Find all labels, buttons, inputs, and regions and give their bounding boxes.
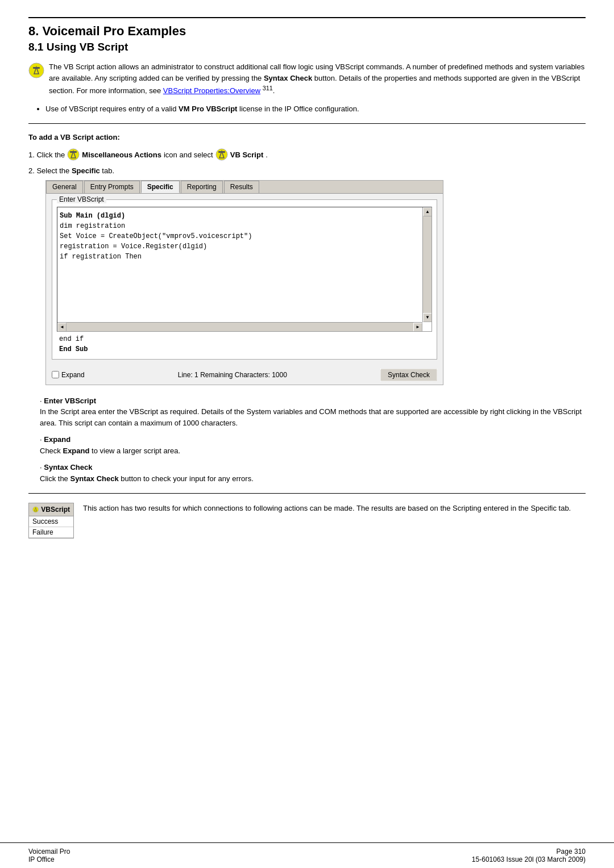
desc-title-2: Expand [44,435,70,444]
desc-title-3: Syntax Check [44,463,92,471]
chapter-title: 8. Voicemail Pro Examples [28,24,586,39]
footer-issue: 15-601063 Issue 20l (03 March 2009) [472,856,586,863]
desc-expand: Expand Check Expand to view a larger scr… [40,434,586,456]
dialog-content: Enter VBScript Sub Main (dlgid) dim regi… [46,194,443,365]
desc-list: Enter VBScript In the Script area enter … [40,395,586,485]
vbscript-failure-row: Failure [29,527,73,538]
step-2: 2. Select the Specific tab. [28,165,586,177]
script-line-4: registration = Voice.Register(dlgid) [60,241,420,252]
desc-enter-vbscript: Enter VBScript In the Script area enter … [40,395,586,429]
section-heading: To add a VB Script action: [28,133,586,141]
result-box: VBScript Success Failure This action has… [28,503,586,539]
tab-results[interactable]: Results [224,181,259,193]
scroll-right[interactable]: ▲ ▼ [422,207,432,322]
script-footer-line-2: End Sub [59,344,430,354]
vbscript-widget: VBScript Success Failure [28,503,74,539]
step-1: 1. Click the Miscellaneous Actions icon … [28,148,586,161]
result-description: This action has two results for which co… [83,503,586,515]
tab-general[interactable]: General [46,181,83,193]
svg-rect-1 [33,67,40,69]
scroll-left-btn[interactable]: ◄ [57,323,67,332]
svg-rect-3 [70,151,77,153]
footer-page: Page 310 [557,848,586,856]
bullet-list: Use of VBScript requires entry of a vali… [45,103,586,115]
desc-title-1: Enter VBScript [44,397,96,405]
vbscript-icon-step1 [215,148,228,161]
intro-text: The VB Script action allows an administr… [49,61,586,97]
script-line-5: if registration Then [60,252,420,262]
section-title: 8.1 Using VB Script [28,41,586,53]
script-footer-line-1: end if [59,334,430,344]
script-line-1: Sub Main (dlgid) [60,211,420,221]
footer-left: Voicemail Pro IP Office [28,848,70,863]
script-line-3: Set Voice = CreateObject("vmprov5.voices… [60,231,420,241]
expand-checkbox[interactable] [52,371,59,378]
tab-bar: General Entry Prompts Specific Reporting… [46,181,443,194]
scroll-up-btn[interactable]: ▲ [423,207,432,216]
pencil-icon [28,62,44,78]
status-text: Line: 1 Remaining Characters: 1000 [90,371,375,379]
scroll-down-btn[interactable]: ▼ [423,313,432,322]
tab-specific[interactable]: Specific [141,181,180,193]
footer-brand: IP Office [28,856,70,863]
vbscript-success-row: Success [29,516,73,527]
misc-actions-icon [67,148,80,161]
footer-right: Page 310 15-601063 Issue 20l (03 March 2… [472,848,586,863]
intro-block: The VB Script action allows an administr… [28,61,586,97]
script-line-2: dim registration [60,221,420,231]
dialog-box: General Entry Prompts Specific Reporting… [45,180,443,385]
bullet-item: Use of VBScript requires entry of a vali… [45,103,586,115]
svg-rect-5 [218,151,225,153]
vbscript-widget-icon [32,505,39,514]
scroll-right-btn[interactable]: ► [413,323,422,332]
dialog-footer: Expand Line: 1 Remaining Characters: 100… [46,365,443,385]
vbscript-link[interactable]: VBScript Properties:Overview [163,86,260,95]
expand-label: Expand [61,371,85,379]
footer-product: Voicemail Pro [28,848,70,856]
script-scroll-area[interactable]: Sub Main (dlgid) dim registration Set Vo… [57,207,432,332]
tab-reporting[interactable]: Reporting [181,181,223,193]
vbscript-widget-header: VBScript [29,503,73,516]
syntax-check-button[interactable]: Syntax Check [380,369,437,381]
vbscript-widget-title: VBScript [41,506,70,514]
svg-point-0 [29,63,44,78]
tab-entry-prompts[interactable]: Entry Prompts [84,181,140,193]
script-group-label: Enter VBScript [57,195,106,203]
expand-checkbox-label[interactable]: Expand [52,371,85,379]
page-footer: Voicemail Pro IP Office Page 310 15-6010… [0,842,614,868]
script-group: Enter VBScript Sub Main (dlgid) dim regi… [52,199,437,360]
desc-syntax-check: Syntax Check Click the Syntax Check butt… [40,462,586,484]
scroll-bottom[interactable]: ◄ ► [57,322,422,331]
